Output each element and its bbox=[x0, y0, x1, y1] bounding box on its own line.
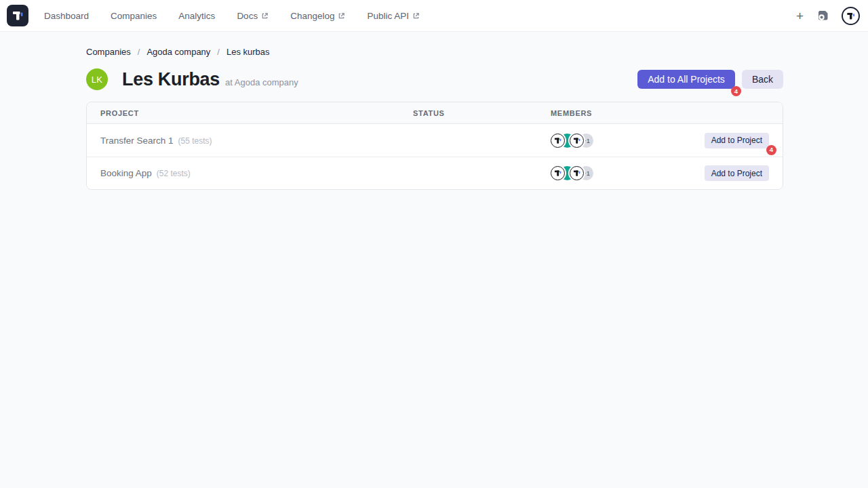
nav-item-label: Dashboard bbox=[44, 11, 89, 21]
project-test-count: (52 tests) bbox=[157, 169, 191, 178]
main-content: Companies / Agoda company / Les kurbas L… bbox=[86, 32, 783, 190]
add-to-project-label: Add to Project bbox=[711, 136, 762, 145]
session-replay-icon[interactable] bbox=[817, 9, 829, 22]
page-title: Les Kurbas bbox=[122, 69, 220, 90]
add-to-project-button[interactable]: Add to Project 4 bbox=[705, 133, 769, 148]
nav-item-changelog[interactable]: Changelog bbox=[290, 11, 345, 21]
brand-logo[interactable] bbox=[7, 5, 28, 26]
nav-item-label: Public API bbox=[367, 11, 409, 21]
breadcrumb-separator: / bbox=[138, 47, 140, 57]
brand-t-icon bbox=[11, 9, 24, 22]
project-cell: Booking App (52 tests) bbox=[100, 168, 413, 178]
page-header: LK Les Kurbas at Agoda company Add to Al… bbox=[86, 68, 783, 90]
project-cell: Transfer Search 1 (55 tests) bbox=[100, 136, 413, 146]
notification-badge: 4 bbox=[766, 145, 776, 155]
navbar-actions: + bbox=[795, 7, 860, 25]
person-avatar: LK bbox=[86, 68, 108, 90]
member-avatar-brand-icon bbox=[570, 166, 584, 180]
project-test-count: (55 tests) bbox=[178, 136, 212, 146]
add-to-project-button[interactable]: Add to Project bbox=[705, 165, 769, 181]
column-header-status: Status bbox=[413, 109, 551, 117]
members-cell: +1 bbox=[551, 166, 694, 180]
back-button[interactable]: Back bbox=[742, 70, 783, 89]
action-cell: Add to Project 4 bbox=[694, 133, 769, 148]
action-cell: Add to Project bbox=[694, 165, 769, 181]
column-header-members: Members bbox=[551, 109, 694, 117]
nav-item-analytics[interactable]: Analytics bbox=[178, 11, 215, 21]
nav-item-docs[interactable]: Docs bbox=[237, 11, 269, 21]
primary-nav: Dashboard Companies Analytics Docs Chang… bbox=[44, 11, 420, 21]
nav-item-dashboard[interactable]: Dashboard bbox=[44, 11, 89, 21]
member-avatar-brand-icon bbox=[551, 166, 565, 180]
external-link-icon bbox=[412, 12, 420, 20]
account-avatar[interactable] bbox=[842, 7, 860, 25]
breadcrumb-separator: / bbox=[217, 47, 220, 57]
project-name-link[interactable]: Booking App bbox=[100, 168, 152, 178]
member-avatar-brand-icon bbox=[570, 134, 584, 148]
breadcrumb: Companies / Agoda company / Les kurbas bbox=[86, 32, 783, 57]
nav-item-label: Companies bbox=[111, 11, 157, 21]
top-navbar: Dashboard Companies Analytics Docs Chang… bbox=[0, 0, 868, 32]
header-actions: Add to All Projects 4 Back bbox=[637, 70, 783, 89]
table-row: Transfer Search 1 (55 tests) bbox=[87, 124, 783, 157]
title-wrap: Les Kurbas at Agoda company bbox=[122, 69, 298, 90]
table-header-row: Project Status Members bbox=[87, 102, 783, 124]
breadcrumb-companies[interactable]: Companies bbox=[86, 47, 131, 57]
add-to-all-projects-label: Add to All Projects bbox=[648, 74, 725, 85]
nav-item-label: Changelog bbox=[290, 11, 334, 21]
nav-item-label: Analytics bbox=[178, 11, 215, 21]
breadcrumb-agoda-company[interactable]: Agoda company bbox=[146, 47, 210, 57]
project-name-link[interactable]: Transfer Search 1 bbox=[100, 136, 174, 146]
external-link-icon bbox=[261, 12, 269, 20]
table-row: Booking App (52 tests) bbox=[87, 157, 783, 189]
nav-item-companies[interactable]: Companies bbox=[111, 11, 157, 21]
projects-table: Project Status Members Transfer Search 1… bbox=[86, 102, 783, 190]
column-header-project: Project bbox=[100, 109, 413, 117]
add-to-all-projects-button[interactable]: Add to All Projects 4 bbox=[637, 70, 735, 89]
brand-t-icon bbox=[846, 11, 856, 21]
add-button[interactable]: + bbox=[795, 9, 805, 22]
nav-item-label: Docs bbox=[237, 11, 258, 21]
member-avatar-brand-icon bbox=[551, 134, 565, 148]
nav-item-public-api[interactable]: Public API bbox=[367, 11, 420, 21]
notification-badge: 4 bbox=[731, 86, 741, 96]
members-cell: +1 bbox=[551, 134, 694, 148]
breadcrumb-les-kurbas[interactable]: Les kurbas bbox=[226, 47, 270, 57]
add-to-project-label: Add to Project bbox=[711, 169, 762, 178]
page-subtitle: at Agoda company bbox=[225, 77, 298, 87]
external-link-icon bbox=[338, 12, 345, 20]
